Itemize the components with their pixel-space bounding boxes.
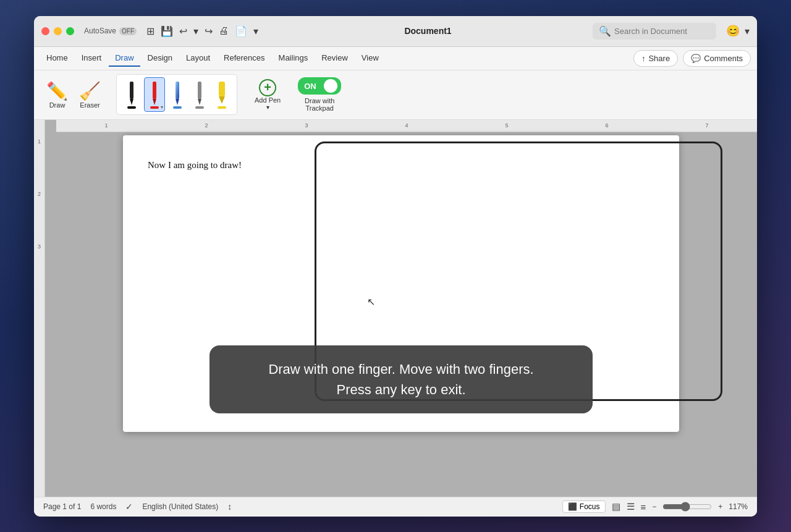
list-icon[interactable]: ☰	[627, 501, 635, 512]
grid-icon[interactable]: ⊞	[146, 25, 154, 37]
document-page[interactable]: Now I am going to draw! ↖ Draw with one …	[123, 135, 679, 432]
eraser-icon: 🧹	[79, 81, 101, 101]
zoom-out-icon[interactable]: −	[652, 502, 656, 511]
menu-view[interactable]: View	[355, 50, 385, 67]
undo-icon[interactable]: ↩	[179, 25, 187, 37]
pen-red[interactable]: ▾	[144, 77, 165, 112]
eraser-button[interactable]: 🧹 Eraser	[76, 78, 104, 112]
pen-red-color	[150, 106, 159, 109]
document-title: Document1	[268, 26, 588, 36]
smiley-chevron-icon[interactable]: ▾	[745, 25, 750, 37]
pen-black-icon	[125, 80, 138, 105]
redo-icon[interactable]: ↪	[205, 25, 213, 37]
add-pen-label: Add Pen	[255, 96, 281, 104]
pen-yellow[interactable]	[212, 78, 232, 111]
comments-button[interactable]: 💬 Comments	[683, 50, 751, 67]
add-pen-chevron[interactable]: ▾	[266, 104, 269, 111]
add-pen-icon: +	[259, 79, 276, 96]
menu-references[interactable]: References	[218, 50, 271, 67]
focus-label: Focus	[580, 502, 600, 511]
toggle-switch[interactable]: ON	[298, 77, 341, 95]
search-box[interactable]: 🔍	[593, 23, 716, 40]
ruler-mark-2: 2	[38, 191, 41, 197]
pen-red-icon	[148, 80, 161, 105]
search-input[interactable]	[614, 27, 710, 36]
draw-pen-icon: ✏️	[46, 81, 68, 101]
svg-rect-4	[176, 82, 179, 99]
statusbar: Page 1 of 1 6 words ✓ English (United St…	[34, 497, 757, 517]
share-button[interactable]: ↑ Share	[633, 50, 678, 67]
language[interactable]: English (United States)	[142, 502, 218, 511]
menubar: Home Insert Draw Design Layout Reference…	[34, 47, 757, 70]
pen-blue[interactable]	[167, 78, 187, 111]
statusbar-right: ⬛ Focus ▤ ☰ ≡ − + 117%	[562, 500, 748, 513]
draw-trackpad-label: Draw withTrackpad	[305, 97, 334, 112]
zoom-level: 117%	[729, 502, 748, 511]
page-body-text: Now I am going to draw!	[148, 160, 654, 171]
draw-tooltip-text: Draw with one finger. Move with two fing…	[232, 359, 570, 400]
pen-gray-icon	[193, 80, 206, 105]
ruler-left: 1 2 3	[34, 120, 45, 497]
svg-marker-5	[176, 99, 179, 105]
autosave-state[interactable]: OFF	[119, 27, 137, 35]
pen-black-color	[127, 106, 136, 109]
document-area: 1 2 3 12 34 56 7 Now I am going to draw!	[34, 120, 757, 497]
close-button[interactable]	[41, 27, 49, 35]
pen-black[interactable]	[122, 78, 142, 111]
proofread-icon[interactable]: ✓	[125, 502, 133, 512]
pen-blue-icon	[171, 80, 184, 105]
cursor-icon: ↖	[367, 296, 375, 308]
app-window: AutoSave OFF ⊞ 💾 ↩ ▾ ↪ 🖨 📄 ▾ Document1 🔍…	[34, 16, 757, 517]
svg-marker-3	[153, 99, 156, 105]
menu-home[interactable]: Home	[40, 50, 74, 67]
pen-gray[interactable]	[190, 78, 209, 111]
titlebar-icons: ⊞ 💾 ↩ ▾ ↪ 🖨 📄 ▾	[146, 25, 258, 37]
pen-blue-color	[173, 106, 182, 109]
add-pen-button[interactable]: + Add Pen ▾	[250, 77, 286, 113]
pen-gray-color	[195, 106, 204, 109]
focus-icon: ⬛	[568, 502, 577, 511]
menu-layout[interactable]: Layout	[180, 50, 216, 67]
svg-rect-6	[198, 82, 201, 99]
ribbon: ✏️ Draw 🧹 Eraser	[34, 70, 757, 120]
menu-design[interactable]: Design	[142, 50, 179, 67]
doc-icon[interactable]: 📄	[235, 25, 247, 37]
save-icon[interactable]: 💾	[161, 25, 173, 37]
focus-button[interactable]: ⬛ Focus	[562, 500, 606, 513]
pen-gallery: ▾	[116, 74, 237, 115]
ruler-mark-1: 1	[38, 138, 41, 145]
minimize-button[interactable]	[54, 27, 62, 35]
fullscreen-button[interactable]	[66, 27, 74, 35]
titlebar: AutoSave OFF ⊞ 💾 ↩ ▾ ↪ 🖨 📄 ▾ Document1 🔍…	[34, 16, 757, 47]
menu-insert[interactable]: Insert	[75, 50, 108, 67]
svg-rect-2	[153, 82, 156, 99]
svg-rect-8	[219, 82, 225, 96]
eraser-label: Eraser	[80, 101, 99, 109]
comments-label: Comments	[704, 54, 743, 63]
draw-eraser-group: ✏️ Draw 🧹 Eraser	[43, 78, 104, 112]
zoom-in-icon[interactable]: +	[718, 502, 722, 511]
menu-draw[interactable]: Draw	[109, 50, 140, 67]
customize-icon[interactable]: ▾	[253, 25, 258, 37]
statusbar-left: Page 1 of 1 6 words ✓ English (United St…	[43, 502, 553, 512]
track-icon[interactable]: ↕	[227, 502, 232, 512]
zoom-slider[interactable]	[662, 502, 712, 512]
pen-red-chevron[interactable]: ▾	[161, 104, 163, 110]
word-count: 6 words	[90, 502, 116, 511]
smiley-icon[interactable]: 😊	[726, 24, 740, 38]
print-icon[interactable]: 🖨	[219, 25, 229, 36]
cursor-indicator: ↖	[367, 296, 375, 308]
draw-button[interactable]: ✏️ Draw	[43, 78, 71, 112]
svg-marker-9	[219, 96, 225, 104]
menu-mailings[interactable]: Mailings	[273, 50, 315, 67]
menu-right: ↑ Share 💬 Comments	[633, 50, 751, 67]
svg-marker-7	[198, 99, 201, 105]
align-icon[interactable]: ≡	[641, 502, 646, 512]
menu-review[interactable]: Review	[315, 50, 354, 67]
layout-icon[interactable]: ▤	[612, 501, 620, 512]
menu-items: Home Insert Draw Design Layout Reference…	[40, 50, 633, 67]
undo-chevron-icon[interactable]: ▾	[193, 25, 198, 37]
ruler-mark-3: 3	[38, 243, 41, 250]
doc-scroll-area[interactable]: 12 34 56 7 Now I am going to draw! ↖	[45, 120, 757, 497]
autosave-control: AutoSave OFF	[84, 27, 137, 35]
